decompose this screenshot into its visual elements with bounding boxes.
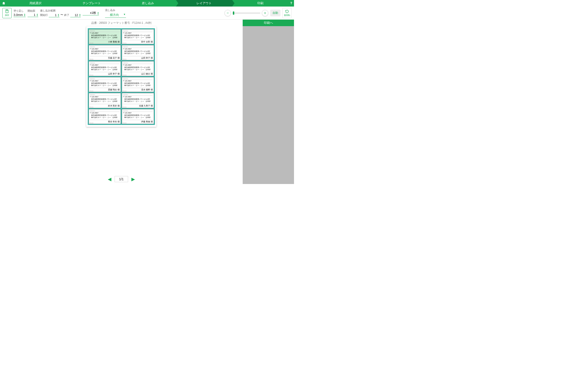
label-addr: 東京都新宿区西新宿パワービル25F株式会社エー・ビー・シー 企画部: [123, 98, 153, 102]
label-zip: 〒123-4567: [90, 80, 120, 82]
merge-start-field[interactable]: 1 ▲▼: [49, 13, 60, 17]
nav-step-1[interactable]: テンプレート: [64, 0, 120, 7]
stepper-icon[interactable]: ▲▼: [24, 13, 26, 17]
label-addr: 東京都新宿区西新宿パワービル25F株式会社エー・ビー・シー 企画部: [90, 82, 120, 86]
startface-label: 開始面: [27, 9, 38, 13]
nav-step-0[interactable]: 用紙選択: [8, 0, 64, 7]
stepper-icon[interactable]: ▲▼: [97, 12, 99, 15]
bleed-label: 塗り足し: [14, 9, 26, 13]
zoom-slider[interactable]: [232, 13, 260, 14]
label-card[interactable]: Address〒123-4567東京都新宿区西新宿パワービル25F株式会社エー・…: [89, 61, 121, 76]
name-header: Name: [89, 122, 93, 124]
name-header: Name: [123, 90, 126, 92]
toolbar: 保存 塗り足し 3.0mm ▲▼ 開始面 1 ▲▼ 差し込み範囲 開始行 1 ▲…: [0, 7, 294, 20]
label-addr: 東京都新宿区西新宿パワービル25F株式会社エー・ビー・シー 企画部: [123, 50, 153, 55]
label-name: 斎藤 翔太 様: [90, 88, 120, 91]
label-addr: 東京都新宿区西新宿パワービル25F株式会社エー・ビー・シー 企画部: [123, 114, 153, 118]
rotate-icon: [285, 9, 289, 14]
merge-end-label: 終了: [64, 13, 70, 17]
label-card[interactable]: Address〒123-4567東京都新宿区西新宿パワービル25F株式会社エー・…: [89, 29, 121, 44]
label-name: 熊谷 幸夫 様: [90, 120, 120, 123]
flow-select[interactable]: 横方向: [105, 12, 126, 18]
home-button[interactable]: [0, 0, 8, 7]
bleed-field[interactable]: 3.0mm ▲▼: [14, 13, 26, 17]
label-card[interactable]: Address〒123-4567東京都新宿区西新宿パワービル25F株式会社エー・…: [89, 77, 121, 92]
label-name: 田中 太郎 様: [123, 40, 153, 43]
page-indicator: 1/1: [115, 176, 128, 182]
page-prev-button[interactable]: ◀: [108, 176, 111, 182]
right-panel: 印刷へ: [243, 20, 294, 184]
label-zip: 〒123-4567: [90, 48, 120, 50]
address-header: Address: [90, 46, 120, 48]
label-name: 山田 幸子 様: [90, 72, 120, 75]
paper-preview[interactable]: Address〒123-4567東京都新宿区西新宿パワービル25F株式会社エー・…: [86, 26, 156, 127]
name-header: Name: [123, 122, 126, 124]
address-header: Address: [123, 78, 153, 80]
label-name: 山口 健太 様: [123, 72, 153, 75]
label-card[interactable]: Address〒123-4567東京都新宿区西新宿パワービル25F株式会社エー・…: [122, 93, 154, 108]
zoom-control: − +: [224, 10, 268, 16]
copies-field[interactable]: x1枚 ▲▼: [83, 11, 99, 15]
home-icon: [2, 1, 6, 5]
label-zip: 〒123-4567: [90, 96, 120, 98]
nav-step-3[interactable]: レイアウト: [176, 0, 232, 7]
svg-rect-0: [6, 9, 8, 10]
label-zip: 〒123-4567: [123, 80, 153, 82]
label-zip: 〒123-4567: [90, 32, 120, 34]
label-card[interactable]: Address〒123-4567東京都新宿区西新宿パワービル25F株式会社エー・…: [122, 109, 154, 124]
rotate-button[interactable]: 面回転: [282, 8, 292, 18]
label-addr: 東京都新宿区西新宿パワービル25F株式会社エー・ビー・シー 企画部: [90, 98, 120, 102]
address-header: Address: [123, 94, 153, 96]
canvas-area[interactable]: 品番 : 26503 フォーマット番号 : F12A4-1 , A4判 Addr…: [0, 20, 243, 184]
label-zip: 〒123-4567: [90, 112, 120, 114]
startface-field[interactable]: 1 ▲▼: [27, 13, 38, 17]
nav-step-4[interactable]: 印刷: [232, 0, 288, 7]
address-header: Address: [123, 46, 153, 48]
label-zip: 〒123-4567: [123, 96, 153, 98]
label-card[interactable]: Address〒123-4567東京都新宿区西新宿パワービル25F株式会社エー・…: [122, 45, 154, 60]
label-card[interactable]: Address〒123-4567東京都新宿区西新宿パワービル25F株式会社エー・…: [122, 29, 154, 44]
top-nav: 用紙選択テンプレート差し込みレイアウト印刷 ？: [0, 0, 294, 7]
name-header: Name: [89, 106, 93, 108]
address-header: Address: [123, 30, 153, 32]
stepper-icon[interactable]: ▲▼: [58, 14, 60, 17]
address-header: Address: [90, 62, 120, 64]
name-header: Name: [89, 58, 93, 60]
address-header: Address: [90, 110, 120, 112]
label-name: 山田 幸子 様: [123, 56, 153, 60]
print-button[interactable]: 印刷へ: [243, 20, 294, 26]
range-tilde: 〜: [60, 13, 64, 17]
label-addr: 東京都新宿区西新宿パワービル25F株式会社エー・ビー・シー 企画部: [90, 66, 120, 71]
zoom-auto-button[interactable]: 自動: [270, 9, 280, 16]
label-zip: 〒123-4567: [123, 32, 153, 34]
name-header: Name: [123, 106, 126, 108]
address-header: Address: [123, 62, 153, 64]
flow-label: 流し込み: [105, 9, 126, 12]
zoom-out-button[interactable]: −: [224, 10, 231, 16]
help-button[interactable]: ？: [288, 0, 294, 7]
address-header: Address: [123, 110, 153, 112]
label-zip: 〒123-4567: [90, 64, 120, 66]
zoom-in-button[interactable]: +: [262, 10, 268, 16]
label-card[interactable]: Address〒123-4567東京都新宿区西新宿パワービル25F株式会社エー・…: [89, 45, 121, 60]
name-header: Name: [89, 42, 93, 44]
label-name: 伊藤 美穂 様: [123, 120, 153, 123]
format-info: 品番 : 26503 フォーマット番号 : F12A4-1 , A4判: [0, 20, 243, 26]
save-button[interactable]: 保存: [2, 8, 12, 18]
name-header: Name: [123, 74, 126, 76]
label-name: 佐藤 久美子 様: [123, 104, 153, 107]
save-icon: [5, 9, 9, 13]
label-card[interactable]: Address〒123-4567東京都新宿区西新宿パワービル25F株式会社エー・…: [89, 93, 121, 108]
label-name: 清水 優希 様: [123, 88, 153, 91]
label-card[interactable]: Address〒123-4567東京都新宿区西新宿パワービル25F株式会社エー・…: [122, 61, 154, 76]
name-header: Name: [89, 90, 93, 92]
label-addr: 東京都新宿区西新宿パワービル25F株式会社エー・ビー・シー 企画部: [90, 114, 120, 118]
page-next-button[interactable]: ▶: [131, 176, 135, 182]
nav-step-2[interactable]: 差し込み: [120, 0, 176, 7]
stepper-icon[interactable]: ▲▼: [36, 13, 38, 17]
label-name: 安藤 花子 様: [90, 56, 120, 60]
label-card[interactable]: Address〒123-4567東京都新宿区西新宿パワービル25F株式会社エー・…: [89, 109, 121, 124]
merge-end-field[interactable]: 12 ▲▼: [70, 13, 81, 17]
label-card[interactable]: Address〒123-4567東京都新宿区西新宿パワービル25F株式会社エー・…: [122, 77, 154, 92]
stepper-icon[interactable]: ▲▼: [79, 14, 81, 17]
